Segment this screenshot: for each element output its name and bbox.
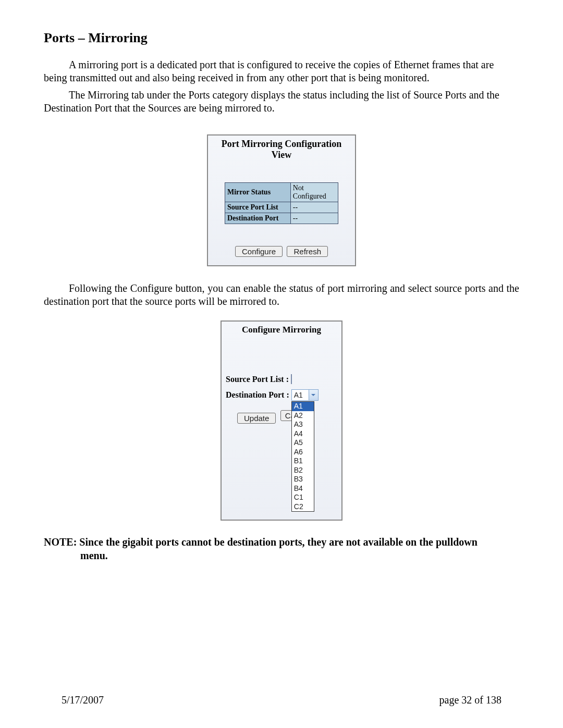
mid-paragraph: Following the Configure button, you can …	[44, 282, 519, 308]
footer-page: page 32 of 138	[439, 694, 501, 706]
destination-port-option[interactable]: B3	[292, 475, 314, 484]
table-row: Mirror Status Not Configured	[225, 183, 338, 202]
mirror-status-label: Mirror Status	[225, 183, 291, 202]
table-row: Source Port List --	[225, 202, 338, 213]
configure-mirroring-panel: Configure Mirroring Source Port List : D…	[221, 320, 342, 521]
destination-port-option[interactable]: A5	[292, 438, 314, 448]
intro-paragraph-1: A mirroring port is a dedicated port tha…	[44, 58, 519, 84]
footer-date: 5/17/2007	[62, 694, 104, 706]
destination-port-option[interactable]: A4	[292, 429, 314, 439]
destination-port-select[interactable]: A1 A1A2A3A4A5A6B1B2B3B4C1C2	[291, 389, 319, 401]
destination-port-option[interactable]: B1	[292, 456, 314, 466]
configure-button[interactable]: Configure	[235, 246, 283, 257]
destination-port-option[interactable]: A6	[292, 448, 314, 457]
destination-port-field-label: Destination Port :	[226, 390, 289, 400]
source-port-list-input[interactable]	[291, 374, 292, 384]
intro-paragraph-2: The Mirroring tab under the Ports catego…	[44, 89, 519, 115]
update-button[interactable]: Update	[237, 413, 276, 424]
page-footer: 5/17/2007 page 32 of 138	[0, 694, 563, 706]
destination-port-option[interactable]: A1	[292, 402, 314, 411]
destination-port-option[interactable]: C2	[292, 502, 314, 512]
destination-port-option[interactable]: B2	[292, 466, 314, 475]
panel2-title: Configure Mirroring	[226, 325, 337, 335]
port-mirroring-view-panel: Port Mirroring Configuration View Mirror…	[207, 134, 356, 266]
source-port-list-value: --	[290, 202, 338, 213]
status-table: Mirror Status Not Configured Source Port…	[225, 182, 338, 224]
destination-port-value: --	[290, 213, 338, 224]
chevron-down-icon[interactable]	[309, 390, 318, 400]
panel1-title: Port Mirroring Configuration View	[212, 139, 351, 161]
destination-port-selected-value: A1	[292, 391, 303, 399]
destination-port-option[interactable]: C1	[292, 493, 314, 502]
source-port-list-label: Source Port List	[225, 202, 291, 213]
destination-port-option[interactable]: A2	[292, 411, 314, 421]
destination-port-label: Destination Port	[225, 213, 291, 224]
table-row: Destination Port --	[225, 213, 338, 224]
destination-port-option[interactable]: B4	[292, 484, 314, 493]
page-title: Ports – Mirroring	[44, 30, 519, 46]
source-port-list-field-label: Source Port List :	[226, 375, 289, 384]
note-text: NOTE: Since the gigabit ports cannot be …	[44, 535, 519, 562]
destination-port-option[interactable]: A3	[292, 420, 314, 429]
refresh-button[interactable]: Refresh	[287, 246, 328, 257]
mirror-status-value: Not Configured	[290, 183, 338, 202]
destination-port-options-list[interactable]: A1A2A3A4A5A6B1B2B3B4C1C2	[291, 401, 314, 512]
